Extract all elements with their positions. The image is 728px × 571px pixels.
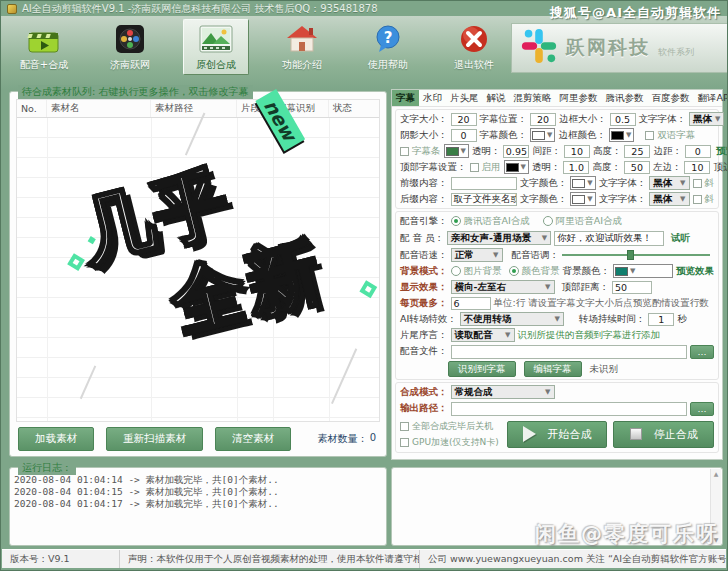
tab-narration[interactable]: 解说 <box>483 90 510 106</box>
preview-effect-link[interactable]: 预览效果 <box>716 145 728 158</box>
tone-slider[interactable] <box>562 249 710 261</box>
stop-synth-label: 停止合成 <box>654 427 698 442</box>
color-swatch <box>506 163 519 172</box>
actor-select[interactable]: 亲和女声-通用场景▼ <box>447 231 551 245</box>
gpu-checkbox[interactable] <box>400 438 409 447</box>
toolbar-label: 配音+合成 <box>20 58 68 72</box>
top-height-label: 高度： <box>592 161 621 174</box>
material-table[interactable]: No. 素材名 素材路径 片段数 字幕识别 状态 <box>16 99 380 422</box>
top-enable-checkbox[interactable] <box>470 163 479 172</box>
border-color-select[interactable]: ▼ <box>609 128 634 142</box>
prefix-input[interactable] <box>451 177 517 190</box>
load-material-button[interactable]: 加载素材 <box>18 427 94 451</box>
suffix-italic-checkbox[interactable] <box>693 195 702 204</box>
position-input[interactable]: 20 <box>530 113 556 126</box>
film-reel-icon <box>112 23 148 55</box>
tab-baidu-params[interactable]: 百度参数 <box>648 90 694 106</box>
tab-subtitle[interactable]: 字幕 <box>392 90 419 106</box>
voice-file-input[interactable] <box>451 345 688 359</box>
gap-input[interactable]: 10 <box>564 145 590 158</box>
suffix-color-select[interactable]: ▼ <box>570 192 595 206</box>
chevron-down-icon: ▼ <box>586 195 593 203</box>
stop-synth-button[interactable]: 停止合成 <box>613 421 714 448</box>
tab-mix-strategy[interactable]: 混剪策略 <box>510 90 556 106</box>
left-label: 左边： <box>653 161 682 174</box>
border-size-input[interactable]: 0.5 <box>610 113 636 126</box>
height-label: 高度： <box>593 145 622 158</box>
subtitle-bar-color-select[interactable]: ▼ <box>444 144 469 158</box>
bg-color-select[interactable]: ▼ <box>613 264 673 278</box>
version-text: 版本号：V9.1 <box>2 550 120 568</box>
tail-select[interactable]: 读取配音▼ <box>451 328 515 342</box>
engine-ali-radio[interactable] <box>543 216 553 226</box>
material-table-body[interactable] <box>17 118 379 421</box>
edit-subtitle-button[interactable]: 编辑字幕 <box>524 361 582 377</box>
rescan-material-button[interactable]: 重新扫描素材 <box>106 427 203 451</box>
prefix-font-select[interactable]: 黑体▼ <box>649 176 689 190</box>
voice-file-browse-button[interactable]: … <box>690 345 714 359</box>
font-label: 文字字体： <box>639 113 687 126</box>
top-dist-input[interactable]: 50 <box>612 281 652 294</box>
shutdown-checkbox[interactable] <box>400 422 409 431</box>
start-synth-label: 开始合成 <box>548 427 592 442</box>
output-path-input[interactable] <box>451 402 688 416</box>
toolbar-button-original-synth[interactable]: 原创合成 <box>183 19 249 75</box>
shadow-size-label: 阴影大小： <box>400 129 448 142</box>
color-swatch <box>532 131 545 140</box>
tryout-text-input[interactable]: 你好，欢迎试听效果！ <box>554 231 664 246</box>
bg-image-radio[interactable] <box>451 266 461 276</box>
effect-select[interactable]: 横向-左至右▼ <box>451 280 555 294</box>
subtitle-bar-checkbox[interactable] <box>400 147 409 156</box>
subtitle-color-select[interactable]: ▼ <box>530 128 555 142</box>
tab-intro-outro[interactable]: 片头尾 <box>446 90 483 106</box>
suffix-font-select[interactable]: 黑体▼ <box>649 192 689 206</box>
trans-time-input[interactable]: 1 <box>648 313 674 326</box>
column-header: 素材路径 <box>151 100 237 117</box>
toolbar-button-features[interactable]: 功能介绍 <box>269 23 335 72</box>
bilingual-checkbox[interactable] <box>645 131 654 140</box>
opacity-input[interactable]: 0.95 <box>503 145 529 158</box>
slider-thumb[interactable] <box>627 250 634 260</box>
transition-select[interactable]: 不使用转场▼ <box>460 312 564 326</box>
prefix-color-select[interactable]: ▼ <box>570 176 595 190</box>
tab-watermark[interactable]: 水印 <box>419 90 446 106</box>
speed-select[interactable]: 正常▼ <box>451 248 503 262</box>
tab-ali-params[interactable]: 阿里参数 <box>556 90 602 106</box>
synth-mode-select[interactable]: 常规合成▼ <box>451 385 555 399</box>
preview-effect-link-2[interactable]: 预览效果 <box>676 265 714 278</box>
toolbar-button-exit[interactable]: 退出软件 <box>441 23 507 72</box>
top-opacity-input[interactable]: 1.0 <box>563 161 589 174</box>
sohu-account-text: 搜狐号@AI全自动剪辑软件 <box>550 4 721 22</box>
shadow-size-input[interactable]: 0 <box>451 129 477 142</box>
top-height-input[interactable]: 50 <box>624 161 650 174</box>
toolbar-button-dub-synth[interactable]: 配音+合成 <box>11 23 77 72</box>
help-icon: ? <box>370 23 406 55</box>
tab-tencent-params[interactable]: 腾讯参数 <box>602 90 648 106</box>
synth-section: 合成模式： 常规合成▼ 输出路径： … 全部合成完毕后关机 GPU加速(仅支持N… <box>395 382 719 453</box>
scroll-up-icon[interactable]: ▲ <box>714 470 719 477</box>
clear-material-button[interactable]: 清空素材 <box>215 427 291 451</box>
font-size-input[interactable]: 20 <box>451 113 477 126</box>
recognize-subtitle-button[interactable]: 识别到字幕 <box>448 361 516 377</box>
toolbar-button-help[interactable]: ? 使用帮助 <box>355 23 421 72</box>
per-page-input[interactable]: 6 <box>451 297 491 310</box>
tab-translate-api[interactable]: 翻译API <box>694 90 728 106</box>
prefix-italic-checkbox[interactable] <box>693 179 702 188</box>
top-color-select[interactable]: ▼ <box>504 160 529 174</box>
left-input[interactable]: 10 <box>684 161 710 174</box>
margin-input[interactable]: 0 <box>685 145 711 158</box>
engine-tencent-radio[interactable] <box>451 216 461 226</box>
height-input[interactable]: 25 <box>624 145 650 158</box>
actor-value: 亲和女声-通用场景 <box>451 232 531 245</box>
toolbar-button-jinan-yuewang[interactable]: 济南跃网 <box>97 23 163 72</box>
tail-hint: 识别所提供的音频到字幕进行添加 <box>518 329 661 342</box>
tryout-link[interactable]: 试听 <box>671 232 690 245</box>
bg-color-radio[interactable] <box>509 266 519 276</box>
output-path-browse-button[interactable]: … <box>690 402 714 416</box>
start-synth-button[interactable]: 开始合成 <box>507 421 608 448</box>
top-subtitle-label: 顶部字幕设置： <box>400 161 467 174</box>
font-select[interactable]: 黑体▼ <box>689 112 724 126</box>
suffix-input[interactable]: 取子文件夹名或音频 <box>451 193 517 206</box>
synth-mode-value: 常规合成 <box>455 386 493 399</box>
slider-track <box>562 254 710 256</box>
